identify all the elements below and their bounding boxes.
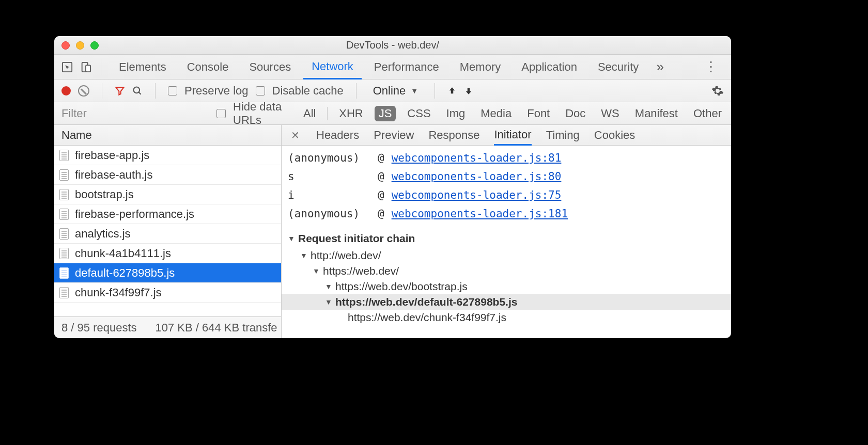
spacer — [337, 310, 345, 325]
upload-har-icon[interactable] — [447, 86, 457, 96]
disclosure-triangle-icon: ▼ — [288, 234, 295, 243]
tab-security[interactable]: Security — [590, 55, 647, 79]
tab-performance[interactable]: Performance — [366, 55, 447, 79]
disable-cache-checkbox[interactable] — [256, 86, 265, 96]
kebab-menu-icon[interactable]: ⋮ — [699, 59, 724, 75]
chain-node[interactable]: https://web.dev/chunk-f34f99f7.js — [288, 310, 725, 325]
callstack-at: @ — [378, 167, 384, 186]
filter-input[interactable] — [54, 102, 209, 124]
hide-data-urls-label: Hide data URLs — [233, 100, 292, 127]
request-row[interactable]: default-627898b5.js — [54, 263, 281, 283]
svg-rect-2 — [86, 65, 90, 72]
request-row[interactable]: analytics.js — [54, 224, 281, 244]
request-row[interactable]: bootstrap.js — [54, 185, 281, 204]
request-name: firebase-performance.js — [75, 208, 194, 221]
separator — [102, 83, 102, 99]
type-filter-img[interactable]: Img — [442, 106, 470, 121]
initiator-chain-tree: ▼http://web.dev/ ▼https://web.dev/ ▼http… — [288, 248, 725, 325]
request-row[interactable]: firebase-auth.js — [54, 165, 281, 185]
type-filter-media[interactable]: Media — [476, 106, 516, 121]
throttling-value: Online — [373, 84, 406, 98]
request-name: firebase-auth.js — [75, 168, 152, 182]
callstack-source-link[interactable]: webcomponents-loader.js:181 — [392, 204, 568, 223]
chain-url: https://web.dev/chunk-f34f99f7.js — [348, 310, 506, 325]
inspect-icon[interactable] — [61, 61, 73, 73]
close-detail-icon[interactable]: ✕ — [291, 129, 300, 141]
chain-node[interactable]: ▼https://web.dev/ — [288, 263, 725, 279]
callstack-source-link[interactable]: webcomponents-loader.js:80 — [392, 167, 562, 186]
request-name: bootstrap.js — [75, 188, 134, 201]
detail-tab-cookies[interactable]: Cookies — [594, 125, 635, 145]
script-file-icon — [59, 267, 69, 279]
tab-sources[interactable]: Sources — [241, 55, 299, 79]
request-name: analytics.js — [75, 227, 131, 241]
type-filter-css[interactable]: CSS — [403, 106, 435, 121]
chain-node[interactable]: ▼https://web.dev/bootstrap.js — [288, 279, 725, 294]
footer-transfer-size: 107 KB / 644 KB transfe — [156, 321, 277, 335]
type-filter-js[interactable]: JS — [375, 106, 396, 121]
callstack-row: (anonymous) @ webcomponents-loader.js:81 — [288, 149, 725, 167]
window-title: DevTools - web.dev/ — [54, 39, 731, 51]
request-row[interactable]: firebase-app.js — [54, 146, 281, 165]
throttling-dropdown[interactable]: Online ▼ — [369, 84, 422, 98]
callstack-at: @ — [378, 204, 384, 223]
request-row[interactable]: firebase-performance.js — [54, 204, 281, 224]
request-name: default-627898b5.js — [75, 266, 175, 280]
tab-console[interactable]: Console — [179, 55, 237, 79]
tab-elements[interactable]: Elements — [111, 55, 175, 79]
detail-tab-preview[interactable]: Preview — [374, 125, 414, 145]
detail-tab-response[interactable]: Response — [428, 125, 479, 145]
request-name: chunk-4a1b4111.js — [75, 247, 171, 260]
download-har-icon[interactable] — [464, 86, 473, 96]
chain-url: https://web.dev/ — [323, 263, 399, 279]
script-file-icon — [59, 189, 69, 200]
type-filter-doc[interactable]: Doc — [561, 106, 590, 121]
hide-data-urls-checkbox[interactable] — [216, 109, 226, 118]
callstack-source-link[interactable]: webcomponents-loader.js:81 — [392, 149, 562, 167]
request-list-footer: 8 / 95 requests 107 KB / 644 KB transfe — [54, 316, 281, 338]
filter-bar: Hide data URLs All XHR JS CSS Img Media … — [54, 102, 731, 125]
type-filter-ws[interactable]: WS — [597, 106, 623, 121]
preserve-log-label: Preserve log — [184, 84, 249, 98]
type-filter-all[interactable]: All — [299, 106, 320, 121]
chain-node[interactable]: ▼http://web.dev/ — [288, 248, 725, 263]
request-list-header[interactable]: Name — [54, 125, 281, 146]
filter-toggle-icon[interactable] — [115, 86, 125, 96]
detail-tab-headers[interactable]: Headers — [316, 125, 359, 145]
type-filter-font[interactable]: Font — [523, 106, 554, 121]
tab-network[interactable]: Network — [303, 55, 362, 80]
section-title: Request initiator chain — [298, 232, 415, 245]
callstack-fn: (anonymous) — [288, 149, 370, 167]
request-name: firebase-app.js — [75, 149, 149, 162]
clear-button[interactable] — [78, 85, 89, 97]
preserve-log-checkbox[interactable] — [168, 86, 177, 96]
search-icon[interactable] — [132, 86, 143, 96]
detail-tab-timing[interactable]: Timing — [546, 125, 580, 145]
separator — [435, 83, 435, 99]
device-toggle-icon[interactable] — [80, 61, 91, 73]
callstack-fn: (anonymous) — [288, 204, 370, 223]
separator — [356, 83, 357, 99]
separator — [327, 107, 328, 120]
tab-application[interactable]: Application — [513, 55, 585, 79]
chain-url: https://web.dev/default-627898b5.js — [335, 294, 517, 310]
detail-tab-initiator[interactable]: Initiator — [494, 125, 531, 146]
record-button[interactable] — [61, 86, 71, 96]
disclosure-triangle-icon: ▼ — [300, 248, 307, 263]
request-row[interactable]: chunk-4a1b4111.js — [54, 244, 281, 263]
callstack-at: @ — [378, 149, 384, 167]
callstack-fn: s — [288, 167, 370, 186]
settings-gear-icon[interactable] — [711, 85, 724, 97]
type-filter-manifest[interactable]: Manifest — [631, 106, 682, 121]
request-row[interactable]: chunk-f34f99f7.js — [54, 283, 281, 303]
separator — [101, 59, 101, 75]
type-filter-other[interactable]: Other — [689, 106, 726, 121]
tabs-overflow-button[interactable]: » — [651, 59, 669, 75]
type-filter-xhr[interactable]: XHR — [335, 106, 367, 121]
network-body: Name firebase-app.js firebase-auth.js bo… — [54, 125, 731, 338]
chain-node-current[interactable]: ▼https://web.dev/default-627898b5.js — [282, 294, 731, 310]
callstack-source-link[interactable]: webcomponents-loader.js:75 — [392, 186, 562, 204]
tab-memory[interactable]: Memory — [452, 55, 509, 79]
script-file-icon — [59, 209, 69, 220]
initiator-chain-header[interactable]: ▼ Request initiator chain — [288, 232, 725, 245]
